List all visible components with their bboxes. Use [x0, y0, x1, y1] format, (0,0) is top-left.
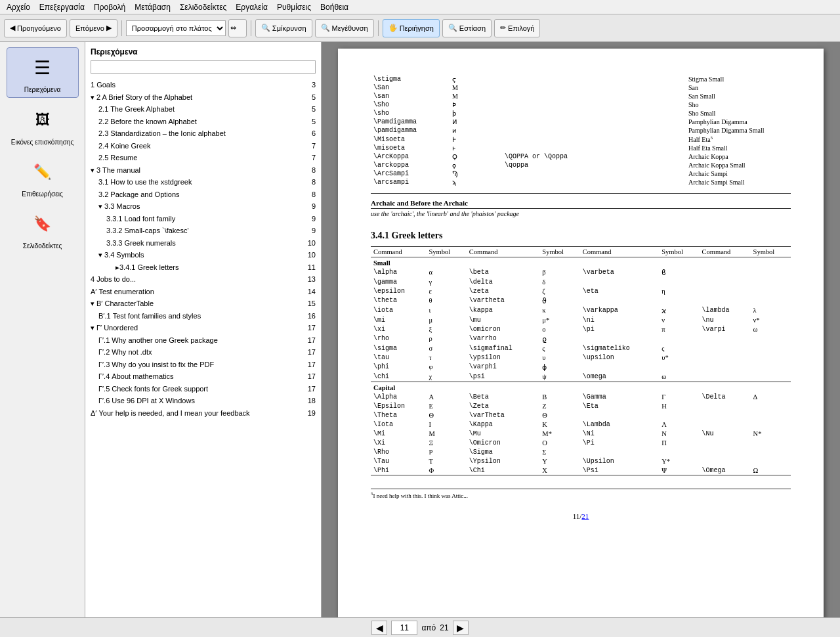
- toc-item-standardization[interactable]: 2.3 Standardization – the Ionic alphabet…: [91, 127, 316, 140]
- toc-item-gamma6[interactable]: Γ′.6 Use 96 DPI at X Windows 18: [91, 395, 316, 407]
- toc-item-package[interactable]: 3.2 Package and Options 8: [91, 188, 316, 201]
- table-row: \alphaα \betaβ \varbetaϐ: [371, 268, 791, 278]
- table-row: \ThetaΘ \varThetaΘ: [371, 410, 791, 420]
- menu-view[interactable]: Προβολή: [90, 2, 129, 12]
- prev-page-button[interactable]: ◀: [371, 621, 387, 635]
- toc-item-howto[interactable]: 3.1 How to use the xstdgreek 8: [91, 176, 316, 188]
- table-row: \misoeta ͱ Half Eta Small: [371, 144, 791, 152]
- toc-item-before-known[interactable]: 2.2 Before the known Alphabet 5: [91, 116, 316, 128]
- toc-item-gamma1[interactable]: Γ′.1 Why another one Greek package 17: [91, 334, 316, 347]
- toc-item-gamma[interactable]: ▾ Γ′ Unordered 17: [91, 322, 316, 334]
- find-button[interactable]: 🔍 Εστίαση: [442, 19, 492, 37]
- footnote-text: I need help with this. I think was Attic…: [373, 493, 468, 499]
- next-page-button[interactable]: ▶: [453, 621, 469, 635]
- toc-icon: ☰: [27, 52, 58, 83]
- toc-item-gamma2[interactable]: Γ′.2 Why not .dtx 17: [91, 346, 316, 359]
- page-input[interactable]: [391, 621, 417, 635]
- toc-item-jobs[interactable]: 4 Jobs to do... 13: [91, 273, 316, 286]
- sidebar: ☰ Περιεχόμενα 🖼 Εικόνες επισκόπησης ✏️ Ε…: [0, 42, 85, 617]
- table-row: \miμ \muμ* \niν \nuν*: [371, 316, 791, 325]
- table-row: \sho ϸ Sho Small: [371, 109, 791, 118]
- thumbnails-icon: 🖼: [27, 104, 58, 136]
- sidebar-item-bookmarks[interactable]: 🔖 Σελιδοδείκτες: [7, 204, 79, 253]
- toc-item-gamma3[interactable]: Γ′.3 Why do you insist to fix the PDF 17: [91, 359, 316, 371]
- main-area: ☰ Περιεχόμενα 🖼 Εικόνες επισκόπησης ✏️ Ε…: [0, 42, 840, 617]
- toc-item-gamma5[interactable]: Γ′.5 Check fonts for Greek support 17: [91, 383, 316, 395]
- menu-edit[interactable]: Επεξεργασία: [35, 2, 89, 12]
- toc-item-numerals[interactable]: 3.3.3 Greek numerals 10: [91, 237, 316, 250]
- sidebar-item-toc[interactable]: ☰ Περιεχόμενα: [7, 47, 79, 98]
- toc-item-alpha-test[interactable]: Α′ Test enumeration 14: [91, 286, 316, 298]
- table-row: \gammaγ \deltaδ: [371, 278, 791, 287]
- toolbar-sep-3: [378, 20, 379, 36]
- table-row: \arcsampi ϡ Archaic Sampi Small: [371, 178, 791, 187]
- browse-button[interactable]: 🖐 Περιήγηση: [383, 19, 440, 37]
- document-view[interactable]: \stigma ϛ Stigma Small \San Μ San \san: [322, 42, 840, 617]
- table-row: \San Μ San: [371, 83, 791, 92]
- zoom-out-icon: 🔍: [261, 24, 270, 32]
- fit-width-btn[interactable]: ⇔: [228, 19, 247, 37]
- menu-bookmarks[interactable]: Σελιδοδείκτες: [176, 2, 230, 12]
- footnote: 5I need help with this. I think was Atti…: [371, 489, 791, 499]
- forward-icon: ▶: [106, 24, 112, 32]
- table-row: \AlphaΑ \BetaΒ \GammaΓ \DeltaΔ: [371, 392, 791, 401]
- toc-item-manual[interactable]: ▾ 3 The manual 8: [91, 164, 316, 177]
- archaic-subtitle: use the 'archaic', the 'linearb' and the…: [371, 210, 791, 217]
- select-button[interactable]: ✏ Επιλογή: [494, 19, 540, 37]
- table-row: \epsilonε \zetaζ \etaη: [371, 287, 791, 296]
- bookmarks-sidebar-icon: 🔖: [27, 208, 58, 240]
- archaic-heading: Archaic and Before the Archaic: [371, 199, 791, 207]
- page-total-link[interactable]: 21: [581, 512, 589, 520]
- toc-item-symbols[interactable]: ▾ 3.4 Symbols 10: [91, 249, 316, 261]
- zoom-in-button[interactable]: 🔍 Μεγέθυνση: [315, 19, 374, 37]
- toc-item-goals[interactable]: 1 Goals 3: [91, 79, 316, 91]
- zoom-out-button[interactable]: 🔍 Σμίκρυνση: [255, 19, 312, 37]
- menu-tools[interactable]: Εργαλεία: [232, 2, 272, 12]
- sidebar-review-label: Επιθεωρήσεις: [22, 190, 63, 198]
- toc-item-greek-letters[interactable]: ▸ 3.4.1 Greek letters 11: [91, 261, 316, 274]
- table-row: \san Μ San Small: [371, 92, 791, 100]
- toolbar-sep-1: [121, 20, 122, 36]
- toc-item-resume[interactable]: 2.5 Resume 7: [91, 152, 316, 164]
- toc-item-beta-test[interactable]: Β′.1 Test font families and styles 16: [91, 310, 316, 322]
- table-row: \arckoppa ϙ \qoppa Archaic Koppa Small: [371, 161, 791, 169]
- toc-item-macros[interactable]: ▾ 3.3 Macros 9: [91, 200, 316, 213]
- small-label: Small: [371, 257, 791, 268]
- table-row: \rhoρ \varrhoϱ: [371, 334, 791, 344]
- col-header-cmd3: Command: [580, 247, 660, 257]
- toc-search-input[interactable]: [91, 60, 316, 74]
- toc-panel: Περιεχόμενα 1 Goals 3 ▾ 2 A Brief Story …: [85, 42, 322, 617]
- toc-item-beta-char[interactable]: ▾ Β′ CharacterTable 15: [91, 297, 316, 310]
- toc-item-load-font[interactable]: 3.3.1 Load font family 9: [91, 213, 316, 225]
- col-header-cmd2: Command: [467, 247, 540, 257]
- toc-item-gamma4[interactable]: Γ′.4 About mathematics 17: [91, 370, 316, 383]
- back-icon: ◀: [10, 24, 15, 32]
- col-header-cmd1: Command: [371, 247, 426, 257]
- back-button[interactable]: ◀ Προηγούμενο: [4, 19, 67, 37]
- col-header-sym1: Symbol: [426, 247, 466, 257]
- sidebar-item-review[interactable]: ✏️ Επιθεωρήσεις: [7, 152, 79, 202]
- toc-item-delta[interactable]: Δ′ Your help is needed, and I mean your …: [91, 407, 316, 420]
- section-heading: 3.4.1 Greek letters: [371, 231, 791, 241]
- table-row: \Sho Ϸ Sho: [371, 100, 791, 109]
- menu-settings[interactable]: Ρυθμίσεις: [273, 2, 315, 12]
- forward-button[interactable]: Επόμενο ▶: [70, 19, 117, 37]
- table-row: \Misoeta Ͱ Half Eta5: [371, 135, 791, 144]
- table-row: \stigma ϛ Stigma Small: [371, 75, 791, 83]
- toc-item-smallcaps[interactable]: 3.3.2 Small-caps `\fakesc' 9: [91, 225, 316, 237]
- menu-navigate[interactable]: Μετάβαση: [131, 2, 175, 12]
- toc-item-koine[interactable]: 2.4 Koine Greek 7: [91, 140, 316, 152]
- toc-title: Περιεχόμενα: [91, 47, 316, 56]
- toc-item-greek-alphabet[interactable]: 2.1 The Greek Alphabet 5: [91, 103, 316, 116]
- menu-file[interactable]: Αρχείο: [3, 2, 34, 12]
- sidebar-item-thumbnails[interactable]: 🖼 Εικόνες επισκόπησης: [7, 100, 79, 150]
- document-page: \stigma ϛ Stigma Small \San Μ San \san: [338, 49, 824, 617]
- sidebar-bookmarks-label: Σελιδοδείκτες: [23, 242, 62, 250]
- toc-item-alphabet[interactable]: ▾ 2 A Brief Story of the Alphabet 5: [91, 91, 316, 104]
- table-row: \MiΜ \MuΜ* \NiΝ \NuΝ*: [371, 429, 791, 438]
- col-header-cmd4: Command: [700, 247, 751, 257]
- sidebar-thumbs-label: Εικόνες επισκόπησης: [11, 139, 74, 146]
- fit-select[interactable]: Προσαρμογή στο πλάτος: [126, 20, 226, 36]
- menu-help[interactable]: Βοήθεια: [316, 2, 352, 12]
- table-row: \pamdigamma ͷ Pamphylian Digamma Small: [371, 126, 791, 135]
